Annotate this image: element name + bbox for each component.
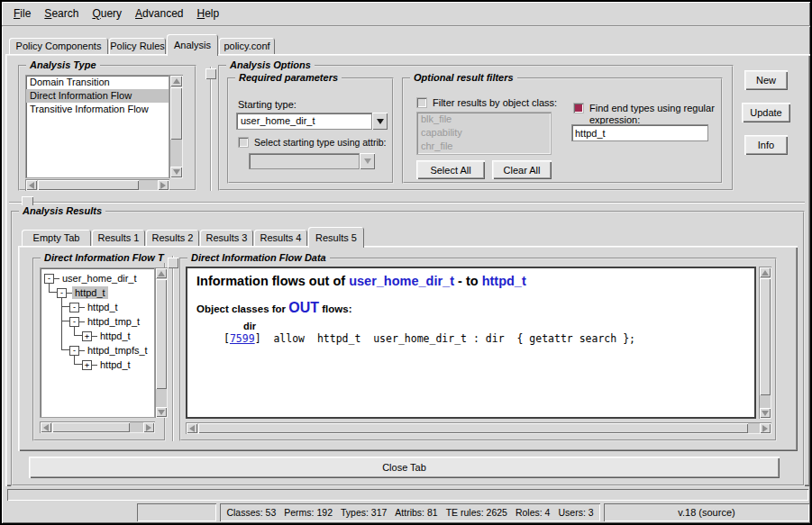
filter-by-class-checkbox[interactable] xyxy=(416,97,427,108)
results-divider xyxy=(9,202,805,204)
scroll-thumb[interactable] xyxy=(52,422,130,432)
optional-filters-title: Optional result filters xyxy=(410,72,517,83)
analysis-type-vscrollbar[interactable] xyxy=(169,75,183,178)
scroll-right-icon[interactable] xyxy=(158,180,169,190)
flow-data-hscrollbar[interactable] xyxy=(186,422,771,434)
tree-data-divider-handle[interactable] xyxy=(168,258,178,268)
pane-divider-handle[interactable] xyxy=(205,68,216,79)
collapse-icon[interactable]: - xyxy=(69,317,79,327)
tree-node-label[interactable]: httpd_tmpfs_t xyxy=(85,344,151,357)
menu-advanced[interactable]: Advanced xyxy=(135,7,183,20)
new-button[interactable]: New xyxy=(744,70,788,90)
required-parameters-group: Required parameters Starting type: user_… xyxy=(227,77,394,184)
scroll-thumb[interactable] xyxy=(760,278,771,395)
filter-checkbox-row: Filter results by object class: xyxy=(416,97,557,108)
menu-file[interactable]: File xyxy=(14,7,31,20)
tree-node-label[interactable]: httpd_t xyxy=(97,330,133,342)
tree-node-label[interactable]: user_home_dir_t xyxy=(59,272,140,285)
tree-node-label[interactable]: httpd_tmp_t xyxy=(85,315,142,328)
chevron-down-icon xyxy=(360,153,375,169)
tree-node: + httpd_t xyxy=(82,329,133,343)
info-button[interactable]: Info xyxy=(744,135,788,155)
flow-tree-title: Direct Information Flow T xyxy=(41,252,167,263)
menu-help[interactable]: Help xyxy=(196,7,219,20)
starting-type-value[interactable]: user_home_dir_t xyxy=(236,113,372,130)
analysis-type-listbox[interactable]: Domain Transition Direct Information Flo… xyxy=(25,75,169,178)
analysis-type-hscrollbar[interactable] xyxy=(25,179,169,191)
object-class-label: dir xyxy=(243,321,745,331)
tab-results-2[interactable]: Results 2 xyxy=(146,230,199,246)
tab-results-3[interactable]: Results 3 xyxy=(200,230,253,246)
status-version-panel: v.18 (source) xyxy=(604,503,809,521)
rule-number-link[interactable]: 7599 xyxy=(230,332,255,345)
menu-query[interactable]: Query xyxy=(92,7,122,20)
collapse-icon[interactable]: - xyxy=(69,346,79,356)
chevron-down-icon[interactable] xyxy=(372,113,388,130)
target-type: httpd_t xyxy=(482,274,526,288)
attrib-combobox-value xyxy=(249,153,360,169)
scroll-up-icon[interactable] xyxy=(156,268,167,278)
menu-search[interactable]: Search xyxy=(44,7,78,20)
object-class-listbox[interactable]: blk_file capability chr_file xyxy=(416,112,552,155)
tab-policy-rules[interactable]: Policy Rules xyxy=(109,38,166,54)
scroll-down-icon[interactable] xyxy=(156,407,167,417)
collapse-icon[interactable]: - xyxy=(69,303,79,312)
tree-connector xyxy=(74,335,82,336)
regex-input[interactable] xyxy=(572,125,707,140)
scroll-right-icon[interactable] xyxy=(143,422,154,432)
tab-results-4[interactable]: Results 4 xyxy=(254,230,307,246)
flow-tree-hscrollbar[interactable] xyxy=(40,421,155,433)
select-all-button[interactable]: Select All xyxy=(416,160,485,179)
attrib-checkbox[interactable] xyxy=(238,137,249,148)
tree-data-divider xyxy=(172,256,174,441)
tree-node-label[interactable]: httpd_t xyxy=(85,301,121,313)
flow-tree-vscrollbar[interactable] xyxy=(155,267,168,418)
scroll-down-icon[interactable] xyxy=(170,167,182,177)
tree-connector xyxy=(49,292,57,293)
regex-checkbox[interactable] xyxy=(573,103,584,113)
close-tab-button[interactable]: Close Tab xyxy=(29,457,780,478)
scroll-thumb[interactable] xyxy=(38,180,139,190)
starting-type-combobox[interactable]: user_home_dir_t xyxy=(236,113,388,130)
tab-results-1[interactable]: Results 1 xyxy=(92,230,145,246)
attrib-combobox[interactable] xyxy=(249,153,375,169)
tab-policy-conf[interactable]: policy.conf xyxy=(219,38,275,54)
scroll-thumb[interactable] xyxy=(198,423,748,433)
stat-te-rules: TE rules: 2625 xyxy=(446,507,507,518)
list-item-selected[interactable]: Direct Information Flow xyxy=(26,89,169,103)
list-item[interactable]: Domain Transition xyxy=(26,76,169,89)
expand-icon[interactable]: + xyxy=(82,360,92,370)
regex-checkbox-row: Find end types using regular expression: xyxy=(573,103,717,126)
collapse-icon[interactable]: - xyxy=(57,288,67,298)
scroll-thumb[interactable] xyxy=(170,87,182,140)
allow-rule-line: [7599] allow httpd_t user_home_dir_t : d… xyxy=(224,332,745,345)
stat-roles: Roles: 4 xyxy=(515,507,551,518)
scroll-right-icon[interactable] xyxy=(760,423,771,433)
flow-tree-view[interactable]: - user_home_dir_t - httpd_t - httpd_t - … xyxy=(40,267,155,418)
filter-by-class-label: Filter results by object class: xyxy=(433,97,557,108)
scroll-left-icon[interactable] xyxy=(187,423,197,433)
scroll-left-icon[interactable] xyxy=(26,180,37,190)
tab-empty-tab[interactable]: Empty Tab xyxy=(22,230,91,246)
tree-node-label-selected[interactable]: httpd_t xyxy=(72,286,108,299)
update-button[interactable]: Update xyxy=(742,103,790,122)
scroll-up-icon[interactable] xyxy=(170,76,182,86)
list-item[interactable]: Transitive Information Flow xyxy=(26,103,169,116)
expand-icon[interactable]: + xyxy=(82,331,92,341)
flow-data-vscrollbar[interactable] xyxy=(759,267,771,419)
attrib-checkbox-label: Select starting type using attrib: xyxy=(254,137,387,148)
scroll-thumb[interactable] xyxy=(156,279,167,389)
flow-data-textarea[interactable]: Information flows out of user_home_dir_t… xyxy=(186,267,756,419)
scroll-left-icon[interactable] xyxy=(41,422,51,432)
tab-policy-components[interactable]: Policy Components xyxy=(9,38,108,54)
stat-attribs: Attribs: 81 xyxy=(395,507,437,518)
stat-users: Users: 3 xyxy=(558,507,593,518)
tree-node: - httpd_tmpfs_t xyxy=(69,343,151,358)
tree-node-label[interactable]: httpd_t xyxy=(97,358,133,371)
collapse-icon[interactable]: - xyxy=(44,274,54,284)
tab-results-5[interactable]: Results 5 xyxy=(308,227,364,248)
scroll-up-icon[interactable] xyxy=(760,267,771,277)
tab-analysis[interactable]: Analysis xyxy=(167,34,218,56)
scroll-down-icon[interactable] xyxy=(760,408,771,418)
clear-all-button[interactable]: Clear All xyxy=(492,160,552,179)
